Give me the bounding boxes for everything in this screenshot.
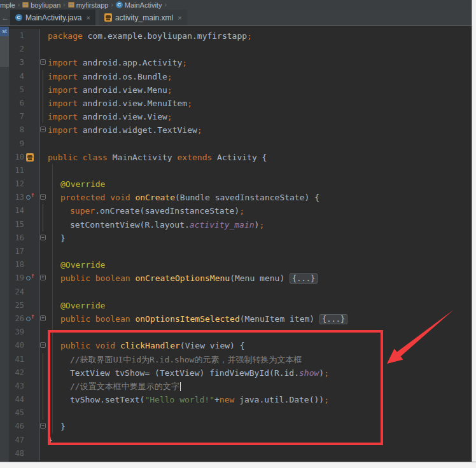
fold-gutter[interactable] [39, 380, 48, 393]
folded-region-chip[interactable]: {...} [319, 314, 347, 324]
fold-gutter[interactable] [39, 245, 48, 258]
code-text[interactable] [48, 43, 472, 56]
line-number[interactable]: 10 [9, 151, 24, 164]
overriding-method-icon[interactable]: ↑ [26, 315, 36, 323]
line-number[interactable]: 9 [9, 137, 24, 151]
fold-gutter[interactable]: − [39, 231, 48, 245]
code-text[interactable] [48, 245, 472, 258]
fold-gutter[interactable] [39, 29, 48, 43]
line-number[interactable]: 24 [9, 286, 24, 299]
line-number[interactable]: 47 [9, 434, 24, 447]
code-text[interactable]: @Override [48, 177, 472, 191]
line-number[interactable]: 18 [9, 258, 24, 272]
breadcrumb-item[interactable]: CMainActivity [116, 1, 162, 9]
fold-gutter[interactable]: − [39, 123, 48, 137]
overriding-method-icon[interactable]: ↑ [26, 275, 36, 282]
fold-gutter[interactable] [39, 110, 48, 123]
line-number[interactable]: 11 [9, 164, 24, 177]
line-number[interactable]: 8 [9, 123, 24, 137]
fold-gutter[interactable] [39, 151, 48, 164]
line-number[interactable]: 40 [9, 339, 24, 352]
fold-gutter[interactable]: + [39, 272, 48, 285]
code-text[interactable] [48, 286, 472, 299]
line-number[interactable]: 42 [9, 366, 24, 380]
fold-gutter[interactable] [39, 218, 48, 231]
line-number[interactable]: 43 [9, 380, 24, 393]
fold-gutter[interactable] [39, 97, 48, 110]
code-text[interactable]: import android.view.Menu; [48, 83, 472, 97]
fold-gutter[interactable] [39, 43, 48, 56]
code-text[interactable]: } [48, 231, 472, 245]
code-text[interactable]: tvShow.setText("Hello world!"+new java.u… [48, 393, 472, 406]
code-text[interactable] [48, 326, 472, 339]
line-number[interactable]: 48 [9, 447, 24, 460]
code-text[interactable]: public boolean onOptionsItemSelected(Men… [48, 312, 472, 326]
line-number[interactable]: 39 [9, 326, 24, 339]
line-number[interactable]: 1 [9, 29, 24, 43]
fold-gutter[interactable] [39, 299, 48, 312]
fold-gutter[interactable] [39, 164, 48, 177]
line-number[interactable]: 7 [9, 110, 24, 123]
close-icon[interactable]: × [86, 14, 90, 22]
back-arrow-icon[interactable]: ← [0, 10, 10, 25]
tool-window-button-structure[interactable]: st [0, 27, 9, 36]
code-text[interactable]: import android.widget.TextView; [48, 123, 472, 137]
line-number[interactable]: 44 [9, 393, 24, 406]
code-text[interactable]: import android.view.View; [48, 110, 472, 123]
code-text[interactable]: } [48, 420, 472, 433]
code-text[interactable]: TextView tvShow= (TextView) findViewById… [48, 366, 472, 380]
code-text[interactable]: protected void onCreate(Bundle savedInst… [48, 191, 472, 204]
breadcrumb-item[interactable]: boyliupan [22, 1, 60, 9]
code-text[interactable]: import android.app.Activity; [48, 56, 472, 69]
fold-gutter[interactable] [39, 258, 48, 272]
code-text[interactable]: //获取界面UI中id为R.id.show的元素，并强制转换为文本框 [48, 353, 472, 366]
code-text[interactable]: import android.view.MenuItem; [48, 97, 472, 110]
line-number[interactable]: 12 [9, 177, 24, 191]
line-number[interactable]: 46 [9, 420, 24, 433]
code-text[interactable]: import android.os.Bundle; [48, 70, 472, 83]
line-number[interactable]: 3 [9, 56, 24, 69]
fold-gutter[interactable] [39, 366, 48, 380]
fold-gutter[interactable] [39, 393, 48, 406]
line-number[interactable]: 13 [9, 191, 24, 204]
fold-gutter[interactable] [39, 83, 48, 97]
fold-gutter[interactable] [39, 70, 48, 83]
code-text[interactable] [48, 447, 472, 460]
line-number[interactable]: 16 [9, 231, 24, 245]
line-number[interactable]: 14 [9, 204, 24, 217]
line-number[interactable]: 25 [9, 299, 24, 312]
fold-collapse-icon[interactable]: − [40, 127, 46, 132]
line-number[interactable]: 41 [9, 353, 24, 366]
folded-region-chip[interactable]: {...} [290, 273, 318, 284]
close-icon[interactable]: × [178, 14, 181, 22]
fold-expand-icon[interactable]: + [40, 275, 46, 280]
code-text[interactable]: } [48, 434, 472, 447]
fold-gutter[interactable] [39, 353, 48, 366]
fold-collapse-icon[interactable]: − [40, 59, 46, 65]
editor-tab[interactable]: activity_main.xml× [99, 10, 187, 25]
fold-gutter[interactable] [39, 286, 48, 299]
code-text[interactable]: //设置文本框中要显示的文字 [48, 380, 472, 393]
code-text[interactable]: public boolean onCreateOptionsMenu(Menu … [48, 272, 472, 285]
code-text[interactable]: @Override [48, 299, 472, 312]
code-text[interactable] [48, 406, 472, 420]
line-number[interactable]: 45 [9, 406, 24, 420]
code-text[interactable] [48, 137, 472, 151]
code-text[interactable]: public void clickHandler(View view) { [48, 339, 472, 352]
line-number[interactable]: 4 [9, 70, 24, 83]
line-number[interactable]: 6 [9, 97, 24, 110]
fold-gutter[interactable] [39, 326, 48, 339]
fold-collapse-icon[interactable]: − [40, 235, 46, 240]
fold-gutter[interactable] [39, 204, 48, 217]
overriding-method-icon[interactable]: ↑ [26, 194, 36, 202]
line-number[interactable]: 19 [9, 272, 24, 285]
fold-gutter[interactable]: − [39, 420, 48, 433]
breadcrumb-item[interactable]: myfirstapp [68, 1, 109, 9]
fold-gutter[interactable] [39, 406, 48, 420]
fold-gutter[interactable] [39, 434, 48, 447]
breadcrumb-item[interactable]: mple [0, 1, 15, 9]
code-text[interactable]: @Override [48, 258, 472, 272]
fold-gutter[interactable] [39, 177, 48, 191]
code-text[interactable]: setContentView(R.layout.activity_main); [48, 218, 472, 231]
code-text[interactable]: super.onCreate(savedInstanceState); [48, 204, 472, 217]
